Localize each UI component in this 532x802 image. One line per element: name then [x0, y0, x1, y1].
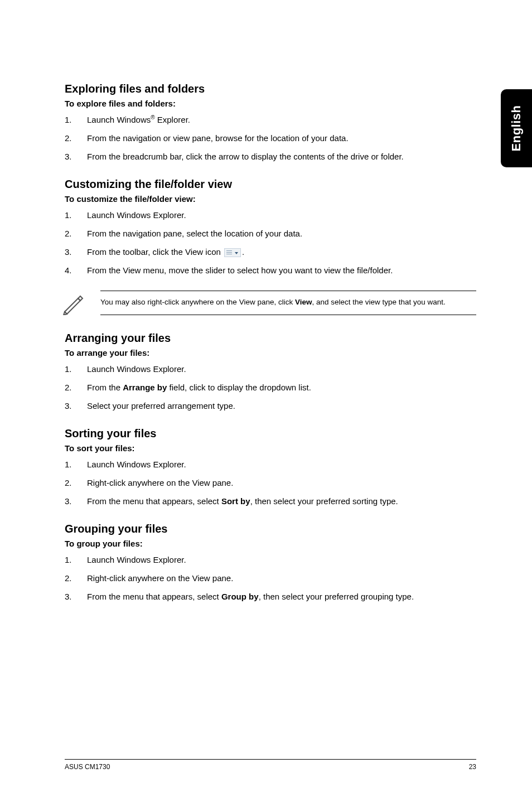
step-text: From the Arrange by field, click to disp…: [87, 381, 476, 393]
steps-group: 1. Launch Windows Explorer. 2. Right-cli…: [65, 554, 476, 602]
step-text: Launch Windows Explorer.: [87, 209, 476, 221]
subhead-arrange: To arrange your files:: [65, 348, 476, 357]
list-item: 1. Launch Windows Explorer.: [65, 458, 476, 470]
step-text: From the navigation pane, select the loc…: [87, 228, 476, 239]
section-arrange: Arranging your files To arrange your fil…: [65, 332, 476, 412]
list-item: 2. From the navigation or view pane, bro…: [65, 132, 476, 144]
heading-customize: Customizing the file/folder view: [65, 178, 476, 191]
steps-arrange: 1. Launch Windows Explorer. 2. From the …: [65, 363, 476, 412]
step-text: Launch Windows® Explorer.: [87, 114, 476, 125]
step-text: From the toolbar, click the View icon .: [87, 246, 476, 258]
step-number: 3.: [65, 591, 87, 602]
list-item: 4. From the View menu, move the slider t…: [65, 264, 476, 276]
list-item: 2. From the navigation pane, select the …: [65, 228, 476, 239]
step-number: 4.: [65, 264, 87, 276]
footer-left: ASUS CM1730: [65, 763, 110, 771]
section-sort: Sorting your files To sort your files: 1…: [65, 427, 476, 507]
pencil-icon: [61, 291, 86, 315]
language-tab-label: English: [509, 105, 524, 152]
step-text: Launch Windows Explorer.: [87, 363, 476, 375]
step-number: 1.: [65, 114, 87, 125]
step-text: From the menu that appears, select Group…: [87, 591, 476, 602]
steps-customize: 1. Launch Windows Explorer. 2. From the …: [65, 209, 476, 276]
step-text: Right-click anywhere on the View pane.: [87, 477, 476, 489]
step-number: 2.: [65, 228, 87, 239]
list-item: 2. From the Arrange by field, click to d…: [65, 381, 476, 393]
step-text: Select your preferred arrangement type.: [87, 400, 476, 412]
step-number: 3.: [65, 400, 87, 412]
step-text: From the navigation or view pane, browse…: [87, 132, 476, 144]
note-block: You may also right-click anywhere on the…: [65, 291, 476, 315]
step-number: 2.: [65, 572, 87, 584]
list-item: 1. Launch Windows® Explorer.: [65, 114, 476, 125]
step-number: 2.: [65, 477, 87, 489]
step-number: 3.: [65, 495, 87, 507]
steps-explore: 1. Launch Windows® Explorer. 2. From the…: [65, 114, 476, 162]
steps-sort: 1. Launch Windows Explorer. 2. Right-cli…: [65, 458, 476, 507]
step-text: Launch Windows Explorer.: [87, 554, 476, 566]
list-item: 1. Launch Windows Explorer.: [65, 554, 476, 566]
subhead-explore: To explore files and folders:: [65, 99, 476, 108]
note-text: You may also right-click anywhere on the…: [100, 291, 476, 315]
heading-arrange: Arranging your files: [65, 332, 476, 345]
step-number: 3.: [65, 246, 87, 258]
step-text: From the breadcrumb bar, click the arrow…: [87, 151, 476, 162]
footer-page-number: 23: [469, 763, 476, 771]
section-group: Grouping your files To group your files:…: [65, 523, 476, 602]
language-tab: English: [501, 89, 532, 167]
list-item: 3. From the menu that appears, select So…: [65, 495, 476, 507]
step-text: Right-click anywhere on the View pane.: [87, 572, 476, 584]
list-item: 3. Select your preferred arrangement typ…: [65, 400, 476, 412]
list-item: 3. From the menu that appears, select Gr…: [65, 591, 476, 602]
step-text: Launch Windows Explorer.: [87, 458, 476, 470]
step-number: 1.: [65, 363, 87, 375]
section-customize: Customizing the file/folder view To cust…: [65, 178, 476, 315]
list-item: 1. Launch Windows Explorer.: [65, 209, 476, 221]
step-number: 3.: [65, 151, 87, 162]
step-number: 2.: [65, 132, 87, 144]
step-text: From the View menu, move the slider to s…: [87, 264, 476, 276]
list-item: 2. Right-click anywhere on the View pane…: [65, 477, 476, 489]
list-item: 1. Launch Windows Explorer.: [65, 363, 476, 375]
subhead-group: To group your files:: [65, 539, 476, 548]
subhead-sort: To sort your files:: [65, 443, 476, 453]
step-text: From the menu that appears, select Sort …: [87, 495, 476, 507]
step-number: 1.: [65, 554, 87, 566]
step-number: 1.: [65, 209, 87, 221]
list-item: 3. From the toolbar, click the View icon…: [65, 246, 476, 258]
view-icon: [224, 248, 241, 257]
page-content: Exploring files and folders To explore f…: [65, 83, 476, 618]
heading-sort: Sorting your files: [65, 427, 476, 440]
section-explore: Exploring files and folders To explore f…: [65, 83, 476, 162]
step-number: 1.: [65, 458, 87, 470]
step-number: 2.: [65, 381, 87, 393]
subhead-customize: To customize the file/folder view:: [65, 194, 476, 204]
heading-explore: Exploring files and folders: [65, 83, 476, 95]
list-item: 2. Right-click anywhere on the View pane…: [65, 572, 476, 584]
heading-group: Grouping your files: [65, 523, 476, 535]
page-footer: ASUS CM1730 23: [65, 759, 476, 771]
list-item: 3. From the breadcrumb bar, click the ar…: [65, 151, 476, 162]
